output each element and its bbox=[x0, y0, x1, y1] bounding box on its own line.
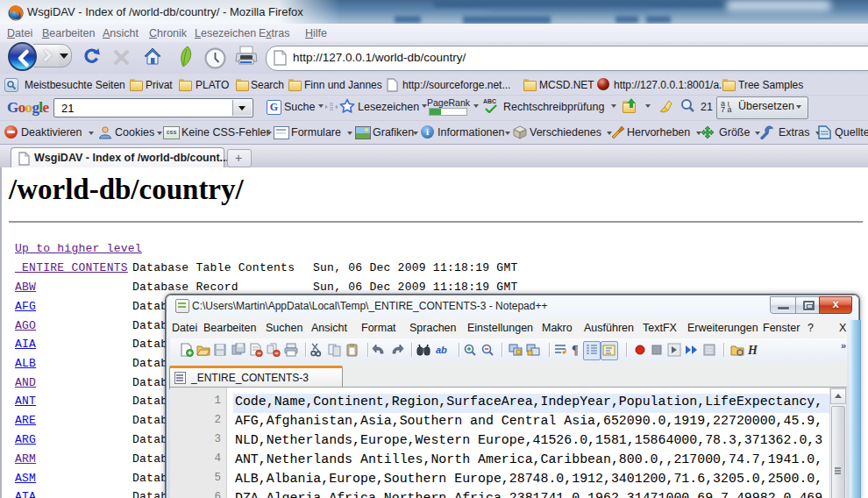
svg-text:ab: ab bbox=[436, 345, 447, 355]
svg-text:H: H bbox=[747, 344, 758, 357]
svg-text:¶: ¶ bbox=[572, 344, 579, 357]
